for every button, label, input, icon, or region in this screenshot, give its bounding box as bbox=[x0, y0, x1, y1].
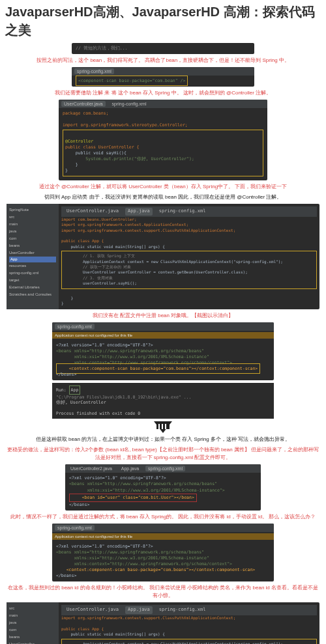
explain-text-2: 我们还需要借助 注解 来 将 这个 bean 存入 Spring 中。 这时，就… bbox=[5, 89, 321, 97]
explain-text-1: 按照之前的写法，这个 bean，我们得写死了。 高耦合了bean，直接硬耦合下，… bbox=[5, 57, 321, 64]
tree-item[interactable]: main bbox=[9, 612, 56, 619]
ide-screenshot-1: SpringNote src main java com beans UserC… bbox=[7, 204, 319, 309]
file-tab[interactable]: spring-config.xml bbox=[145, 466, 185, 471]
tree-item[interactable]: UserController bbox=[9, 641, 56, 644]
file-tab[interactable]: UserController.java bbox=[64, 606, 121, 614]
code-line: } bbox=[65, 168, 68, 173]
editor-pane: UserController.java App.java spring-conf… bbox=[59, 602, 319, 644]
code-line: public static void main(String[] args) { bbox=[61, 244, 165, 249]
tree-item[interactable]: java bbox=[9, 619, 56, 626]
file-tab[interactable]: spring-config.xml bbox=[156, 208, 209, 216]
explain-text-7: 更稳妥的做法，是这样写的：传入2个参数 (bean id名, bean type… bbox=[5, 446, 321, 462]
file-tab[interactable]: UserController.java bbox=[61, 101, 106, 107]
tree-item[interactable]: UserController bbox=[9, 249, 56, 257]
code-line: ApplicationContext context = new ClassPa… bbox=[64, 641, 283, 644]
explain-text-3: 通过这个 @Controller 注解，就可以将 UserController … bbox=[5, 183, 321, 191]
editor-pane: UserController.java App.java spring-conf… bbox=[59, 204, 319, 309]
project-tree: src main java com beans UserController A… bbox=[7, 602, 59, 644]
code-line: public class App { bbox=[61, 626, 104, 631]
tree-item[interactable]: src bbox=[9, 605, 56, 612]
tree-item[interactable]: src bbox=[9, 214, 56, 221]
file-tab[interactable]: spring-config.xml bbox=[74, 68, 114, 74]
xml-line: </beans> bbox=[56, 372, 76, 377]
run-config[interactable]: App bbox=[69, 385, 81, 395]
xml-bean-id: <bean id="user" class="com.bit.User"></b… bbox=[69, 494, 197, 502]
console-line: "C:\Program Files\Java\jdk1.8.0_192\bin\… bbox=[56, 395, 191, 400]
code-line: } bbox=[61, 296, 73, 300]
tree-item[interactable]: SpringNote bbox=[9, 206, 56, 214]
code-line: } bbox=[61, 301, 64, 305]
file-tab[interactable]: UserController.java bbox=[64, 208, 121, 216]
file-tab[interactable]: App.java bbox=[125, 208, 153, 216]
code-line: // 3. 使用对象 bbox=[64, 275, 113, 280]
xml-line: xmlns:context="http://www.springframewor… bbox=[56, 561, 232, 567]
xml-line: <?xml version="1.0" encoding="UTF-8"?> bbox=[56, 544, 153, 549]
code-line: public static void main(String[] args) { bbox=[61, 632, 165, 636]
code-comment: // 简短的方法，我们... bbox=[76, 46, 127, 51]
tree-item[interactable]: resources bbox=[9, 262, 56, 270]
error-bar: Application context not configured for t… bbox=[52, 533, 274, 540]
tree-item[interactable]: target bbox=[9, 277, 56, 284]
tree-item[interactable]: External Libraries bbox=[9, 284, 56, 291]
code-snippet-1: spring-config.xml <component-scan base-p… bbox=[72, 67, 254, 87]
xml-line: <?xml version="1.0" encoding="UTF-8"?> bbox=[56, 343, 153, 348]
code-line: UserController userController = context.… bbox=[64, 270, 248, 274]
annotation: @Controller bbox=[65, 139, 93, 144]
tree-item[interactable]: com bbox=[9, 626, 56, 634]
code-line: import org.springframework.stereotype.Co… bbox=[63, 122, 188, 128]
xml-line: <beans xmlns="http://www.springframework… bbox=[56, 550, 204, 555]
xml-line: xmlns:xsi="http://www.w3.org/2001/XMLSch… bbox=[69, 488, 225, 493]
article-title: JavaparserHD高潮、JavaparserHD 高潮：探索代码之美 bbox=[5, 3, 321, 39]
run-console-1: Run: App "C:\Program Files\Java\jdk1.8.0… bbox=[52, 383, 274, 419]
code-line: // 1. 获取 Spring 上下文 bbox=[64, 253, 135, 258]
error-bar: Application context not configured for t… bbox=[52, 332, 274, 339]
file-tab[interactable]: spring-config.xml bbox=[156, 606, 209, 614]
tree-item[interactable]: beans bbox=[9, 242, 56, 249]
code-line: import org.springframework.context.suppo… bbox=[61, 615, 235, 620]
explain-text-4: 切回到 App 启动类 由于，我还没讲到 更简单的读取 bean 因此，我们现在… bbox=[5, 193, 321, 201]
code-line: public class UserController { bbox=[65, 145, 140, 150]
code-line: public void sayHi(){ bbox=[65, 150, 126, 156]
xml-line: <context:component-scan base-package="co… bbox=[56, 363, 260, 374]
console-output: Process finished with exit code 0 bbox=[56, 411, 140, 416]
xml-line: </beans> bbox=[56, 573, 76, 578]
code-line: } bbox=[65, 162, 78, 167]
tree-item[interactable]: beans bbox=[9, 634, 56, 641]
explain-text-8: 此时，情况不一样了，我们是通过注解的方式，将 bean 存入 Spring的。 … bbox=[5, 513, 321, 521]
project-tree: SpringNote src main java com beans UserC… bbox=[7, 204, 59, 309]
code-line: public class App { bbox=[61, 238, 104, 243]
code-line: import com.beans.UserController; bbox=[61, 217, 137, 221]
xml-line: <beans xmlns="http://www.springframework… bbox=[69, 481, 217, 486]
xml-snippet-3: spring-config.xml Application context no… bbox=[52, 524, 274, 582]
file-tab[interactable]: spring-config.xml bbox=[55, 324, 95, 329]
code-snippet-0: // 简短的方法，我们... bbox=[72, 43, 254, 54]
file-tab[interactable]: spring-config.xml bbox=[55, 525, 95, 531]
file-tab[interactable]: spring-config.xml bbox=[110, 101, 149, 107]
file-tab[interactable]: App.java bbox=[125, 606, 153, 614]
tree-item[interactable]: App bbox=[9, 257, 56, 262]
code-line: package com.beans; bbox=[63, 111, 108, 116]
explain-text-9: 在这条，我是想到过的 bean id 的命名规则的！小驼峰结构。 我们来尝试使用… bbox=[5, 584, 321, 600]
xml-snippet-1: spring-config.xml Application context no… bbox=[52, 322, 274, 381]
tree-item[interactable]: java bbox=[9, 228, 56, 235]
explain-text-6: 但是这种获取 bean 的方法，在上篇博文中讲到过：如果一个类 存入 Sprin… bbox=[5, 436, 321, 443]
code-line: import org.springframework.context.Appli… bbox=[61, 222, 188, 227]
xml-line: xmlns:xsi="http://www.w3.org/2001/XMLSch… bbox=[56, 555, 209, 561]
code-line: ApplicationContext context = new ClassPa… bbox=[64, 259, 283, 264]
run-label: Run: bbox=[56, 387, 67, 393]
xml-snippet-2: UserController2.java App.java spring-con… bbox=[65, 464, 261, 510]
file-tab[interactable]: App.java bbox=[119, 466, 141, 471]
xml-line: <?xml version="1.0" encoding="UTF-8"?> bbox=[69, 475, 166, 481]
code-line: userController.sayHi(); bbox=[64, 281, 137, 285]
explain-text-5: 我们没有在 配置文件中注册 bean 对象哦。【截图以示清白】 bbox=[5, 312, 321, 320]
tree-item[interactable]: spring-config.xml bbox=[9, 270, 56, 277]
tree-item[interactable]: main bbox=[9, 221, 56, 228]
code-line: import org.springframework.context.suppo… bbox=[61, 228, 235, 232]
arrow-down-icon bbox=[154, 421, 172, 433]
ide-screenshot-2: src main java com beans UserController A… bbox=[7, 602, 319, 644]
tree-item[interactable]: com bbox=[9, 235, 56, 242]
xml-line: <context:component-scan base-package="co… bbox=[56, 567, 255, 572]
tree-item[interactable]: Scratches and Consoles bbox=[9, 291, 56, 298]
file-tab[interactable]: UserController2.java bbox=[68, 466, 115, 471]
code-snippet-2: UserController.java spring-config.xml pa… bbox=[59, 100, 267, 180]
